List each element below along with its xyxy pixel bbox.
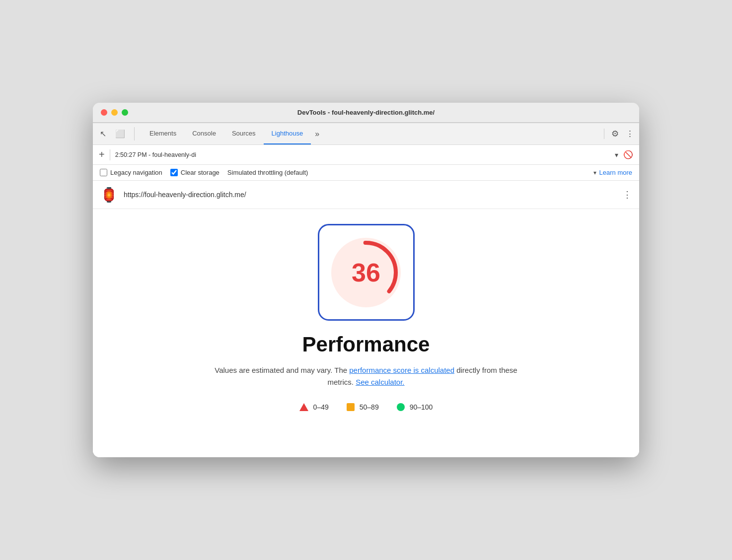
cursor-icon[interactable]: ↖ (98, 127, 108, 140)
kebab-menu-icon[interactable]: ⋮ (626, 129, 634, 139)
title-bar: DevTools - foul-heavenly-direction.glitc… (93, 103, 639, 123)
tab-bar: ↖ ⬜ Elements Console Sources Lighthouse … (93, 123, 639, 145)
performance-description: Values are estimated and may vary. The p… (212, 364, 520, 388)
legend-item-mid: 50–89 (347, 403, 379, 411)
legacy-nav-checkbox[interactable] (100, 169, 107, 176)
lh-more-button[interactable]: ⋮ (623, 189, 632, 200)
tab-icon-group: ↖ ⬜ (98, 127, 135, 140)
clear-storage-label: Clear storage (181, 169, 220, 176)
legend-item-low: 0–49 (299, 403, 329, 411)
legend-item-high: 90–100 (397, 403, 433, 411)
lighthouse-icon: 🏮 (100, 186, 118, 204)
score-gauge: 36 (318, 224, 415, 321)
main-content: 36 Performance Values are estimated and … (93, 209, 639, 457)
minimize-button[interactable] (111, 109, 118, 116)
performance-title: Performance (302, 333, 430, 356)
throttle-dropdown-icon[interactable]: ▾ (593, 169, 596, 176)
devtools-window: DevTools - foul-heavenly-direction.glitc… (93, 103, 639, 457)
tab-sources[interactable]: Sources (224, 123, 264, 144)
toolbar-divider (110, 149, 110, 160)
url-display: 2:50:27 PM - foul-heavenly-di (115, 151, 610, 158)
legend-range-low: 0–49 (313, 403, 329, 411)
settings-icon[interactable]: ⚙ (611, 129, 619, 139)
legend-range-high: 90–100 (410, 403, 433, 411)
maximize-button[interactable] (122, 109, 128, 116)
learn-more-link[interactable]: Learn more (599, 169, 632, 176)
tab-elements[interactable]: Elements (142, 123, 184, 144)
device-icon[interactable]: ⬜ (113, 127, 127, 140)
window-title: DevTools - foul-heavenly-direction.glitc… (297, 109, 435, 116)
options-bar: Legacy navigation Clear storage Simulate… (93, 165, 639, 181)
circle-icon (397, 403, 405, 411)
close-button[interactable] (101, 109, 107, 116)
devtools-panel: ↖ ⬜ Elements Console Sources Lighthouse … (93, 123, 639, 457)
traffic-lights (101, 109, 128, 116)
calculator-link[interactable]: See calculator. (356, 378, 404, 386)
tab-lighthouse[interactable]: Lighthouse (264, 123, 311, 144)
desc-before: Values are estimated and may vary. The (215, 366, 349, 374)
url-dropdown-icon[interactable]: ▾ (615, 151, 618, 159)
lighthouse-url-row: 🏮 https://foul-heavenly-direction.glitch… (93, 181, 639, 209)
square-icon (347, 403, 355, 411)
legacy-nav-group: Legacy navigation (100, 169, 162, 176)
gauge-box: 36 (318, 224, 415, 321)
more-tabs-button[interactable]: » (311, 130, 323, 139)
clear-storage-checkbox[interactable] (170, 169, 178, 176)
score-legend: 0–49 50–89 90–100 (299, 403, 433, 411)
throttle-label: Simulated throttling (default) (227, 169, 308, 176)
triangle-icon (299, 403, 308, 411)
clear-button[interactable]: 🚫 (623, 150, 633, 159)
legend-range-mid: 50–89 (360, 403, 379, 411)
gauge-score: 36 (352, 258, 380, 287)
clear-storage-group: Clear storage (170, 169, 220, 176)
legacy-nav-label: Legacy navigation (110, 169, 162, 176)
tab-bar-actions: ⚙ ⋮ (604, 129, 634, 139)
lighthouse-url: https://foul-heavenly-direction.glitch.m… (124, 191, 617, 199)
tab-console[interactable]: Console (184, 123, 224, 144)
performance-score-link[interactable]: performance score is calculated (349, 366, 454, 374)
options-bar-right: ▾ Learn more (593, 169, 632, 176)
add-button[interactable]: + (99, 149, 105, 160)
toolbar: + 2:50:27 PM - foul-heavenly-di ▾ 🚫 (93, 145, 639, 165)
